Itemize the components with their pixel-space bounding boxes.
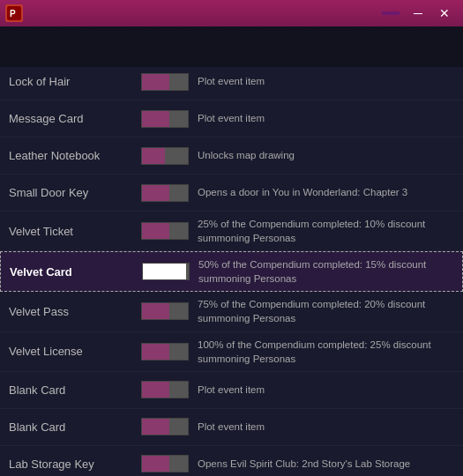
item-name: Lab Storage Key	[9, 457, 132, 471]
title-bar: P ─ ✕	[0, 0, 463, 26]
close-button[interactable]: ✕	[431, 0, 458, 26]
menu-save[interactable]	[347, 11, 364, 15]
quantity-box[interactable]	[141, 455, 189, 472]
list-item[interactable]: Lock of HairPlot event item	[0, 67, 463, 100]
menu-help[interactable]	[364, 11, 382, 15]
quantity-fill	[142, 223, 169, 239]
list-item[interactable]: Velvet License100% of the Compendium com…	[0, 332, 463, 372]
list-item[interactable]: Velvet Pass75% of the Compendium complet…	[0, 292, 463, 331]
quantity-track[interactable]	[141, 184, 189, 202]
quantity-box[interactable]	[141, 184, 189, 202]
list-item[interactable]: Blank CardPlot event item	[0, 372, 463, 409]
tab-characters[interactable]	[7, 40, 32, 54]
quantity-box[interactable]	[141, 302, 189, 320]
item-name: Lock of Hair	[9, 75, 132, 88]
quantity-box[interactable]	[141, 381, 189, 398]
item-desc: Plot event item	[198, 74, 454, 88]
item-desc: Opens a door in You in Wonderland: Chapt…	[198, 185, 454, 199]
list-item[interactable]: Blank CardPlot event item	[0, 409, 463, 446]
quantity-fill	[142, 111, 169, 127]
quantity-box[interactable]	[141, 147, 189, 165]
quantity-fill	[142, 185, 169, 201]
item-desc: 50% of the Compendium completed: 15% dis…	[198, 257, 453, 286]
quantity-track[interactable]	[141, 222, 189, 240]
item-desc: Plot event item	[198, 383, 454, 397]
item-name: Velvet Ticket	[9, 225, 132, 238]
quantity-fill	[142, 382, 169, 398]
list-item[interactable]: Lab Storage KeyOpens Evil Spirit Club: 2…	[0, 446, 463, 476]
list-item[interactable]: Message CardPlot event item	[0, 100, 463, 138]
item-name: Velvet Card	[10, 265, 133, 279]
list-item[interactable]: Velvet Card50% of the Compendium complet…	[0, 251, 463, 292]
quantity-track[interactable]	[141, 455, 189, 472]
quantity-track[interactable]	[141, 73, 189, 91]
quantity-track[interactable]	[141, 302, 189, 320]
item-desc: Unlocks map drawing	[198, 148, 454, 162]
tab-inventory[interactable]	[32, 40, 56, 54]
item-name: Velvet Pass	[9, 305, 132, 318]
item-name: Leather Notebook	[9, 149, 132, 162]
item-desc: 100% of the Compendium completed: 25% di…	[198, 338, 454, 366]
main-area: Lock of HairPlot event itemMessage CardP…	[0, 67, 463, 476]
list-item[interactable]: Small Door KeyOpens a door in You in Won…	[0, 175, 463, 212]
quantity-track[interactable]	[141, 110, 189, 128]
svg-text:P: P	[10, 9, 16, 19]
menu-donate[interactable]	[382, 11, 400, 15]
items-scroll-area[interactable]: Lock of HairPlot event itemMessage CardP…	[0, 67, 463, 476]
quantity-track[interactable]	[142, 263, 190, 280]
tab-general[interactable]	[81, 40, 106, 54]
quantity-track[interactable]	[141, 381, 189, 398]
item-desc: Opens Evil Spirit Club: 2nd Story's Lab …	[198, 457, 454, 471]
quantity-track[interactable]	[141, 418, 189, 435]
item-name: Small Door Key	[9, 186, 132, 199]
quantity-box[interactable]	[141, 110, 189, 128]
quantity-track[interactable]	[141, 147, 189, 165]
nav-tabs	[0, 26, 463, 67]
quantity-box[interactable]	[141, 73, 189, 91]
list-item[interactable]: Velvet Ticket25% of the Compendium compl…	[0, 212, 463, 251]
item-desc: 25% of the Compendium completed: 10% dis…	[198, 217, 454, 245]
menu-bar	[329, 11, 400, 15]
item-desc: 75% of the Compendium completed: 20% dis…	[198, 297, 454, 325]
quantity-fill	[142, 419, 169, 435]
minimize-button[interactable]: ─	[405, 0, 431, 26]
item-name: Blank Card	[9, 420, 132, 434]
item-name: Velvet License	[9, 345, 132, 358]
quantity-box[interactable]	[141, 343, 189, 361]
quantity-fill	[143, 264, 186, 279]
quantity-fill	[142, 148, 165, 164]
list-item[interactable]: Leather NotebookUnlocks map drawing	[0, 138, 463, 175]
window-controls: ─ ✕	[405, 0, 458, 26]
item-name: Message Card	[9, 112, 132, 125]
quantity-track[interactable]	[141, 343, 189, 361]
quantity-fill	[142, 74, 169, 90]
quantity-box[interactable]	[141, 418, 189, 435]
quantity-box[interactable]	[142, 263, 190, 280]
quantity-fill	[142, 456, 169, 472]
item-name: Blank Card	[9, 383, 132, 397]
quantity-box[interactable]	[141, 222, 189, 240]
item-desc: Plot event item	[198, 420, 454, 434]
menu-load[interactable]	[329, 11, 347, 15]
app-icon: P	[5, 4, 23, 22]
quantity-fill	[142, 303, 169, 319]
item-desc: Plot event item	[198, 111, 454, 125]
tab-key-items[interactable]	[56, 40, 81, 54]
quantity-fill	[142, 344, 169, 360]
